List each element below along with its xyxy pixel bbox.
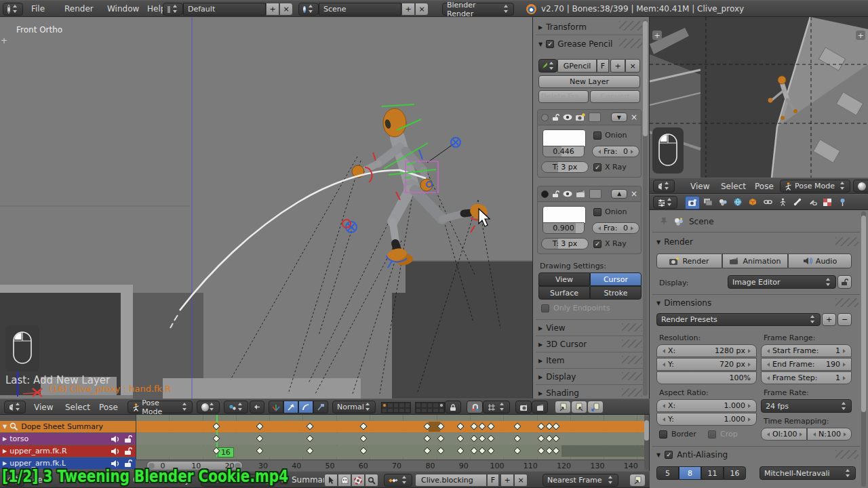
- new-layer-button[interactable]: New Layer: [538, 75, 640, 88]
- gpencil-name-field[interactable]: GPencil: [557, 59, 597, 73]
- frame-step-field[interactable]: Frame Step: 1: [761, 371, 852, 384]
- aspect-x-field[interactable]: X: 1.000: [656, 399, 757, 412]
- mode-select[interactable]: Pose Mode: [127, 401, 193, 413]
- filter-search-button[interactable]: [365, 474, 378, 487]
- layout-add-button[interactable]: +: [266, 3, 279, 16]
- gpencil-fake-user-button[interactable]: F: [597, 59, 609, 73]
- menu-view[interactable]: View: [34, 399, 53, 415]
- snap-toggle[interactable]: [467, 401, 483, 413]
- properties-scrollbar[interactable]: [861, 211, 866, 487]
- delete-frame-button[interactable]: Delete Fra...: [538, 90, 589, 103]
- layer-ghost-frames-stepper[interactable]: Fra: 0: [592, 222, 639, 234]
- end-frame-field[interactable]: End Frame: 190: [761, 358, 852, 371]
- layer-delete-icon[interactable]: ×: [631, 113, 637, 122]
- keyframe-type-select[interactable]: [384, 474, 412, 487]
- aspect-y-field[interactable]: Y: 1.000: [656, 413, 757, 426]
- render-presets-select[interactable]: Render Presets: [656, 313, 821, 326]
- layer-move-up-button[interactable]: ▼: [611, 189, 627, 199]
- only-endpoints-checkbox[interactable]: Only Endpoints: [541, 304, 610, 312]
- layer-opacity-slider[interactable]: 0.900: [542, 222, 585, 234]
- npanel-scrollbar[interactable]: [643, 20, 648, 396]
- viewport-shading-selector[interactable]: [853, 180, 868, 192]
- expand-icon[interactable]: ▶: [3, 436, 7, 442]
- screen-layout-icon-button[interactable]: [163, 3, 183, 16]
- translate-manipulator-button[interactable]: [283, 401, 298, 413]
- dope-v-scrollbar[interactable]: [644, 416, 649, 470]
- aa-enable-checkbox[interactable]: ✓: [665, 451, 673, 459]
- audio-button[interactable]: Audio: [788, 253, 852, 268]
- scrollbar-thumb[interactable]: [643, 21, 648, 136]
- gp-draw-mode-button[interactable]: Cursor: [590, 272, 642, 286]
- tab-material[interactable]: [821, 196, 834, 208]
- pivot-align-toggle[interactable]: [250, 401, 264, 413]
- gpencil-unlink-button[interactable]: ×: [625, 59, 640, 73]
- camera-3d-viewport[interactable]: + +: [650, 17, 868, 178]
- action-name-field[interactable]: Clive.blocking: [415, 474, 487, 487]
- action-fake-user-button[interactable]: F: [487, 474, 499, 487]
- layer-xray-checkbox[interactable]: ✓ X Ray: [593, 239, 627, 248]
- start-frame-field[interactable]: Start Frame: 1: [761, 344, 852, 357]
- time-remap-old-field[interactable]: Ol: 100: [761, 428, 807, 441]
- action-add-button[interactable]: +: [500, 474, 514, 487]
- menu-view[interactable]: View: [690, 178, 709, 195]
- auto-snap-select[interactable]: Nearest Frame: [542, 474, 618, 487]
- grease-pencil-enable-checkbox[interactable]: ✓: [546, 40, 554, 48]
- lock-to-scene-button[interactable]: [445, 401, 461, 413]
- layer-thickness-slider[interactable]: T: 3 px: [541, 161, 589, 173]
- layer-xray-checkbox[interactable]: ✓ X Ray: [593, 163, 627, 171]
- tab-armature[interactable]: [776, 196, 789, 208]
- manipulator-toggle[interactable]: [269, 401, 283, 413]
- menu-select[interactable]: Select: [721, 178, 746, 195]
- copy-keyframes-button[interactable]: [629, 474, 646, 487]
- tab-physics[interactable]: [835, 196, 849, 208]
- tab-bone[interactable]: [791, 196, 804, 208]
- panel-render[interactable]: ▼ Render: [656, 237, 693, 247]
- resolution-y-field[interactable]: Y: 720 px: [656, 358, 757, 371]
- mute-speaker-icon[interactable]: [111, 447, 121, 455]
- tab-object[interactable]: [746, 196, 760, 208]
- lock-open-icon[interactable]: [123, 434, 133, 443]
- menu-pose[interactable]: Pose: [99, 399, 118, 415]
- tab-scene[interactable]: [716, 196, 730, 208]
- layer-move-down-button[interactable]: ▼: [611, 113, 627, 122]
- panel-3d-cursor[interactable]: ▶3D Cursor: [538, 340, 587, 349]
- scene-icon-button[interactable]: [298, 3, 319, 16]
- filter-errors-button[interactable]: [351, 474, 365, 487]
- main-3d-viewport[interactable]: Front Ortho + Last: Add New Layer (16) C…: [0, 17, 533, 399]
- animation-button[interactable]: Animation: [722, 253, 788, 268]
- panel-display[interactable]: ▶Display: [538, 372, 576, 382]
- tab-world[interactable]: [731, 196, 745, 208]
- expand-icon[interactable]: ▶: [3, 460, 7, 466]
- layer-opacity-slider[interactable]: 0.446: [542, 146, 585, 157]
- border-checkbox[interactable]: Border: [659, 430, 696, 439]
- snap-element-select[interactable]: [483, 401, 510, 413]
- layer-stroke-color[interactable]: [542, 206, 586, 224]
- mute-speaker-icon[interactable]: [111, 435, 121, 443]
- region-expand-icon[interactable]: +: [1, 36, 7, 45]
- opengl-render-button[interactable]: [515, 401, 532, 413]
- panel-grease-pencil[interactable]: ▼ ✓ Grease Pencil: [538, 39, 612, 49]
- aa-filter-select[interactable]: Mitchell-Netravali: [760, 466, 856, 480]
- gp-draw-mode-button[interactable]: View: [538, 272, 590, 286]
- layer-onion-checkbox[interactable]: Onion: [593, 131, 627, 140]
- tab-constraints[interactable]: [761, 196, 774, 208]
- filter-selected-button[interactable]: [324, 474, 338, 487]
- layer-ghost-frames-stepper[interactable]: Fra: 0: [592, 146, 639, 157]
- clapperboard-icon[interactable]: [576, 190, 586, 198]
- convert-button[interactable]: Convert: [590, 90, 640, 103]
- scene-close-button[interactable]: ×: [415, 3, 429, 16]
- aa-sample-button[interactable]: 11: [701, 466, 724, 480]
- aa-sample-button[interactable]: 16: [724, 466, 746, 480]
- panel-view[interactable]: ▶View: [538, 323, 566, 333]
- menu-window[interactable]: Window: [107, 1, 139, 17]
- dope-channel-row[interactable]: ▼ Dope Sheet Summary: [0, 421, 136, 432]
- dope-keys[interactable]: 16: [136, 415, 644, 460]
- panel-shading[interactable]: ▶Shading: [538, 388, 579, 398]
- filter-hidden-button[interactable]: [338, 474, 351, 487]
- opengl-render-anim-button[interactable]: [532, 401, 548, 413]
- layer-stroke-color[interactable]: [542, 129, 586, 147]
- copy-pose-button[interactable]: [555, 401, 571, 413]
- layer-active-radio[interactable]: [541, 190, 549, 198]
- dope-channel-row[interactable]: ▶ torso: [0, 433, 136, 445]
- info-editor-selector[interactable]: [3, 3, 23, 16]
